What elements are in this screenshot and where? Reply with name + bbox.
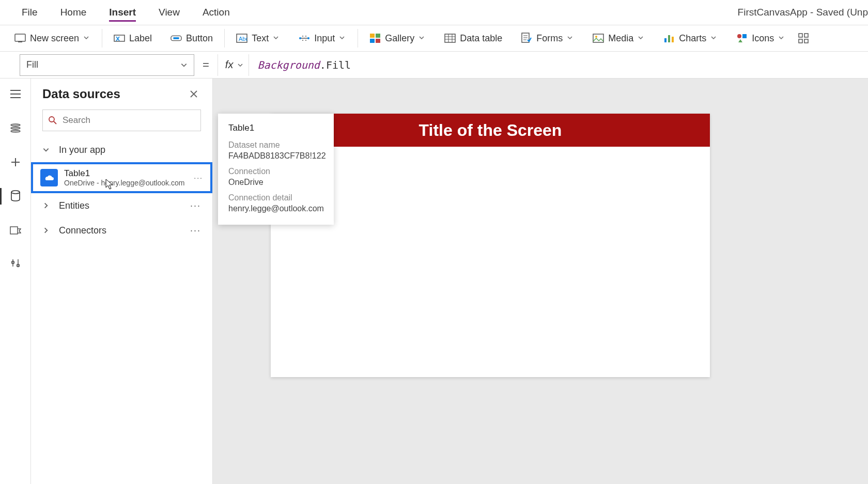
section-label: Connectors xyxy=(59,225,106,236)
screen-title-text: Title of the Screen xyxy=(419,121,562,140)
tooltip-connection-label: Connection xyxy=(228,167,323,176)
input-button[interactable]: Input xyxy=(289,25,355,52)
entities-more-button[interactable]: ··· xyxy=(190,200,201,211)
formula-token-object: Background xyxy=(257,59,319,71)
section-connectors[interactable]: Connectors ··· xyxy=(31,218,212,243)
svg-point-16 xyxy=(595,36,597,38)
label-button[interactable]: Label xyxy=(104,25,161,52)
menu-home[interactable]: Home xyxy=(49,0,98,25)
svg-rect-9 xyxy=(370,34,375,38)
chevron-down-icon xyxy=(273,35,280,42)
property-selector-value: Fill xyxy=(26,59,38,70)
gallery-button-label: Gallery xyxy=(385,33,414,44)
svg-rect-30 xyxy=(10,227,18,234)
new-screen-label: New screen xyxy=(30,33,79,44)
data-table-button[interactable]: Data table xyxy=(435,25,512,52)
advanced-tools-button[interactable] xyxy=(5,254,26,275)
input-icon xyxy=(299,33,310,44)
insert-button[interactable] xyxy=(5,152,26,173)
section-in-your-app[interactable]: In your app xyxy=(31,137,212,162)
chevron-down-icon xyxy=(180,61,188,69)
connectors-more-button[interactable]: ··· xyxy=(190,225,201,236)
menu-action[interactable]: Action xyxy=(191,0,241,25)
svg-text:Abc: Abc xyxy=(239,36,247,42)
app-canvas[interactable]: Title of the Screen xyxy=(271,114,710,377)
tooltip-connection-value: OneDrive xyxy=(228,178,323,187)
app-title: FirstCanvasApp - Saved (Unp xyxy=(738,7,868,18)
menu-bar: File Home Insert View Action FirstCanvas… xyxy=(0,0,868,25)
chevron-down-icon xyxy=(42,146,52,153)
icons-icon xyxy=(736,33,748,44)
chevron-right-icon xyxy=(42,227,52,234)
screen-title-bar[interactable]: Title of the Screen xyxy=(271,114,710,147)
media-button[interactable]: Media xyxy=(583,25,654,52)
datasource-subtitle: OneDrive - henry.legge@outlook.com xyxy=(64,179,184,187)
svg-rect-1 xyxy=(18,41,22,42)
svg-rect-11 xyxy=(370,39,375,43)
data-button[interactable] xyxy=(5,186,26,207)
svg-point-20 xyxy=(737,34,741,38)
chevron-down-icon xyxy=(83,35,90,42)
hamburger-button[interactable] xyxy=(5,84,26,104)
formula-token-dot: . xyxy=(320,59,326,71)
new-screen-button[interactable]: New screen xyxy=(5,25,100,52)
section-label: In your app xyxy=(59,145,105,155)
media-rail-button[interactable] xyxy=(5,220,26,241)
icons-button-label: Icons xyxy=(752,33,774,44)
search-input[interactable] xyxy=(63,115,195,126)
fx-button[interactable]: fx xyxy=(218,54,244,76)
svg-rect-10 xyxy=(376,34,380,38)
input-button-label: Input xyxy=(314,33,335,44)
svg-point-8 xyxy=(307,37,309,39)
svg-rect-13 xyxy=(445,34,455,42)
tooltip-detail-value: henry.legge@outlook.com xyxy=(228,204,323,213)
search-box[interactable] xyxy=(42,110,201,131)
menu-file[interactable]: File xyxy=(10,0,49,25)
chevron-down-icon xyxy=(419,35,426,42)
svg-rect-15 xyxy=(593,34,603,42)
svg-rect-18 xyxy=(668,35,670,42)
onedrive-icon xyxy=(40,169,58,186)
equals-sign: = xyxy=(199,58,212,72)
svg-rect-4 xyxy=(174,37,179,39)
forms-button-label: Forms xyxy=(536,33,563,44)
menu-insert[interactable]: Insert xyxy=(98,0,147,25)
chevron-down-icon xyxy=(710,35,718,42)
menu-view[interactable]: View xyxy=(147,0,191,25)
forms-button[interactable]: Forms xyxy=(512,25,583,52)
svg-rect-19 xyxy=(672,37,674,42)
ribbon-separator xyxy=(224,29,225,48)
ribbon-separator xyxy=(358,29,358,48)
formula-input[interactable]: Background.Fill xyxy=(249,54,863,76)
label-icon xyxy=(114,33,125,44)
media-icon xyxy=(593,33,604,44)
button-icon xyxy=(171,33,182,44)
tooltip-title: Table1 xyxy=(228,123,323,133)
icons-button[interactable]: Icons xyxy=(727,25,795,52)
text-button[interactable]: Abc Text xyxy=(227,25,289,52)
svg-rect-21 xyxy=(742,34,747,38)
svg-rect-24 xyxy=(799,39,802,43)
tooltip-dataset-label: Dataset name xyxy=(228,140,323,150)
datasource-item-table1[interactable]: Table1 OneDrive - henry.legge@outlook.co… xyxy=(31,162,212,193)
chevron-down-icon xyxy=(339,35,346,42)
search-icon xyxy=(48,116,57,125)
charts-button[interactable]: Charts xyxy=(654,25,727,52)
button-button[interactable]: Button xyxy=(161,25,222,52)
svg-rect-0 xyxy=(15,34,25,41)
panel-title: Data sources xyxy=(42,87,120,101)
data-table-button-label: Data table xyxy=(460,33,502,44)
section-entities[interactable]: Entities ··· xyxy=(31,193,212,218)
tree-view-button[interactable] xyxy=(5,118,26,138)
svg-rect-25 xyxy=(804,39,808,43)
screen-icon xyxy=(14,33,26,44)
property-selector[interactable]: Fill xyxy=(20,54,194,76)
label-button-label: Label xyxy=(129,33,152,44)
close-panel-button[interactable] xyxy=(187,87,201,101)
datasource-tooltip: Table1 Dataset name FA4BADB8183CF7B8!122… xyxy=(218,114,334,225)
gallery-button[interactable]: Gallery xyxy=(360,25,435,52)
datasource-more-button[interactable]: ··· xyxy=(194,174,203,182)
grid-button[interactable] xyxy=(795,25,812,52)
text-icon: Abc xyxy=(236,33,247,44)
formula-token-prop: Fill xyxy=(326,59,351,71)
